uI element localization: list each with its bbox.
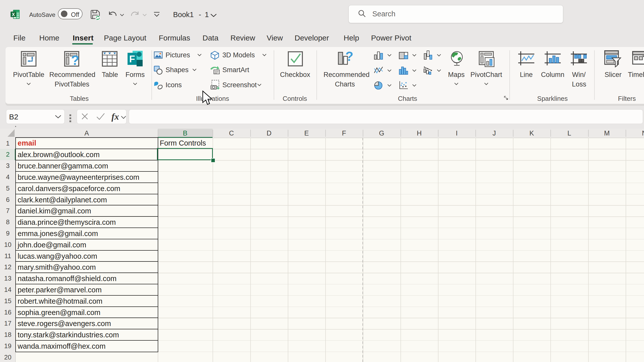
svg-text:?: ?	[345, 51, 353, 64]
svg-text:?: ?	[71, 53, 79, 67]
svg-text:X: X	[12, 12, 15, 17]
svg-text:F: F	[129, 54, 135, 64]
